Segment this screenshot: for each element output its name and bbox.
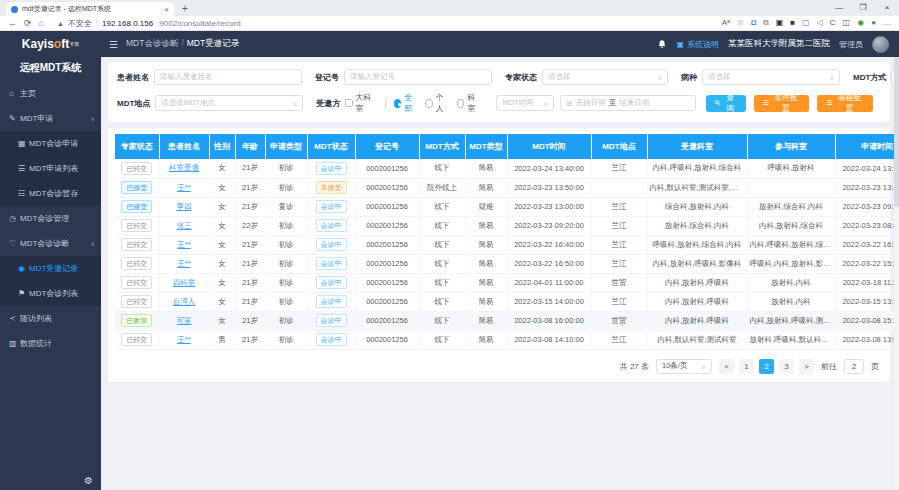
collapse-menu-icon[interactable]: ☰ xyxy=(109,39,118,50)
patient-name-link[interactable]: 李四 xyxy=(177,202,192,211)
close-button[interactable]: × xyxy=(875,0,899,16)
column-header-mdt_mode[interactable]: MDT方式 xyxy=(419,134,465,159)
patient-name-link[interactable]: 王** xyxy=(177,259,190,268)
mdt-location-select[interactable]: 请选择MDT地点∨ xyxy=(155,95,303,111)
extension-m-icon[interactable]: ▣ xyxy=(776,19,784,27)
column-header-apply_time[interactable]: 申请时间 xyxy=(835,134,899,159)
radio-科室[interactable]: 科室 xyxy=(457,92,481,114)
table-row[interactable]: 已参加可笑女21岁初诊会诊中0002001256线下简易2022-03-08 1… xyxy=(115,311,899,330)
mdt-time-select[interactable]: MDT时间∨ xyxy=(496,95,554,111)
column-header-invited_depts[interactable]: 受邀科室 xyxy=(647,134,747,159)
refresh-icon[interactable]: ⟳ xyxy=(24,18,32,28)
user-avatar[interactable] xyxy=(872,36,889,53)
patient-name-link[interactable]: 科室受邀 xyxy=(169,163,199,172)
column-header-mdt_type[interactable]: MDT类型 xyxy=(465,134,507,159)
profile-icon[interactable]: ● xyxy=(871,19,876,27)
system-note-link[interactable]: ▣ 系统说明 xyxy=(676,39,719,50)
sidebar-item-mdt-consult-draft[interactable]: ☷MDT会诊暂存 xyxy=(0,181,101,206)
radio-个人[interactable]: 个人 xyxy=(425,92,449,114)
patient-name-link[interactable]: 王** xyxy=(177,240,190,249)
scrollbar-thumb[interactable] xyxy=(894,57,899,207)
split-screen-icon[interactable]: ◫ xyxy=(843,19,851,27)
patient-name-input[interactable]: 请输入患者姓名 xyxy=(154,69,302,85)
patient-name-link[interactable]: 王** xyxy=(177,183,190,192)
tab-close-icon[interactable]: × xyxy=(164,5,169,14)
patient-name-link[interactable]: 王** xyxy=(177,335,190,344)
read-aloud-icon[interactable]: Aᵃ xyxy=(722,19,730,27)
expert-status-select[interactable]: 请选择∨ xyxy=(542,69,668,85)
registration-no-input[interactable]: 请输入登记号 xyxy=(344,69,492,85)
table-row[interactable]: 已转交王**男21岁初诊会诊中0002001256线下简易2022-03-08 … xyxy=(115,330,899,349)
sidebar-item-mdt-consult-manage[interactable]: ◷MDT会诊管理 xyxy=(0,206,101,231)
sidebar-item-mdt-apply[interactable]: ✎MDT申请∧ xyxy=(0,106,101,131)
table-row[interactable]: 已接受王**女21岁初诊未接受0002001256院外线上简易2022-03-2… xyxy=(115,178,899,197)
refresh-ext-icon[interactable]: C xyxy=(830,19,836,27)
breadcrumb-parent[interactable]: MDT会诊诊断 xyxy=(126,38,178,48)
table-row[interactable]: 已转交张三女22岁初诊会诊中0002001256线下简易2022-03-23 0… xyxy=(115,216,899,235)
column-header-age[interactable]: 年龄 xyxy=(235,134,265,159)
user-role[interactable]: 管理员 xyxy=(839,39,863,50)
minimize-button[interactable]: — xyxy=(827,0,851,16)
table-row[interactable]: 已转交四科室女21岁初诊会诊中0002001256线下简易2022-04-01 … xyxy=(115,273,899,292)
patient-name-link[interactable]: 四科室 xyxy=(173,278,196,287)
home-icon[interactable]: ⌂ xyxy=(39,18,44,28)
sidebar-item-data-statistics[interactable]: ▥数据统计 xyxy=(0,331,101,356)
column-header-joined_depts[interactable]: 参与科室 xyxy=(747,134,835,159)
query-button[interactable]: ⚲ 查询 xyxy=(706,95,746,112)
checkbox-label[interactable]: 大科室 xyxy=(356,92,377,114)
sidebar-item-mdt-consult-apply[interactable]: ▦MDT会诊申请 xyxy=(0,131,101,156)
column-header-mdt_time[interactable]: MDT时间 xyxy=(507,134,591,159)
radio-全部[interactable]: 全部 xyxy=(394,92,418,114)
next-page-button[interactable]: > xyxy=(799,359,814,374)
extension-dark-icon[interactable]: ■ xyxy=(790,19,795,27)
maximize-button[interactable]: ❐ xyxy=(851,0,875,16)
cell-name: 王** xyxy=(159,330,209,349)
mute-tab-icon[interactable]: ◁ xyxy=(817,19,823,27)
patient-name-link[interactable]: 张三 xyxy=(177,221,192,230)
table-row[interactable]: 已转交台湾人女21岁初诊会诊中0002001256线下简易2022-03-15 … xyxy=(115,292,899,311)
table-row[interactable]: 已转交科室受邀女21岁初诊会诊中0002001256线下简易2022-03-24… xyxy=(115,159,899,178)
disease-type-select[interactable]: 请选择∨ xyxy=(702,69,840,85)
column-header-expert_status[interactable]: 专家状态 xyxy=(115,134,159,159)
page-button-1[interactable]: 1 xyxy=(739,359,754,374)
sidebar-item-mdt-consult-diagnose[interactable]: ♡MDT会诊诊断∧ xyxy=(0,231,101,256)
condition-config-button[interactable]: ☰ 条件配置 xyxy=(754,95,810,112)
browser-essentials-icon[interactable]: ◉ xyxy=(857,19,864,27)
page-button-3[interactable]: 3 xyxy=(779,359,794,374)
screenshot-icon[interactable]: ▢ xyxy=(802,19,810,27)
column-header-name[interactable]: 患者姓名 xyxy=(159,134,209,159)
table-row[interactable]: 已转交王**女21岁初诊会诊中0002001256线下简易2022-03-22 … xyxy=(115,254,899,273)
table-config-button[interactable]: ☰ 表格配置 xyxy=(817,95,873,112)
jump-page-input[interactable]: 2 xyxy=(844,359,864,374)
page-button-2[interactable]: 2 xyxy=(759,359,774,374)
collections-icon[interactable]: ⧉ xyxy=(763,19,769,27)
column-header-reg_no[interactable]: 登记号 xyxy=(355,134,419,159)
column-header-gender[interactable]: 性别 xyxy=(209,134,235,159)
back-icon[interactable]: ← xyxy=(8,18,17,28)
sidebar-item-mdt-apply-list[interactable]: ☰MDT申请列表 xyxy=(0,156,101,181)
sidebar-item-mdt-consult-list[interactable]: ⚑MDT会诊列表 xyxy=(0,281,101,306)
scrollbar[interactable] xyxy=(894,57,899,490)
date-range-picker[interactable]: ⊞ 开始日期 至 结束日期 xyxy=(560,95,696,111)
big-dept-checkbox[interactable] xyxy=(345,99,352,107)
browser-tab[interactable]: mdt受邀记录 - 远程MDT系统 × xyxy=(6,2,174,16)
extension-colored-icon[interactable]: ◘ xyxy=(751,19,756,27)
security-badge[interactable]: ▲ 不安全 | 192.168.0.156:9002/consultate/re… xyxy=(57,18,241,29)
settings-gear-icon[interactable]: ⚙ xyxy=(84,475,93,486)
table-row[interactable]: 已接受李四女21岁复诊会诊中0002001256线下疑难2022-03-23 1… xyxy=(115,197,899,216)
column-header-mdt_place[interactable]: MDT地点 xyxy=(591,134,647,159)
patient-name-link[interactable]: 台湾人 xyxy=(173,297,196,306)
column-header-mdt_status[interactable]: MDT状态 xyxy=(307,134,355,159)
new-tab-button[interactable]: + xyxy=(182,3,188,14)
more-icon[interactable]: … xyxy=(883,19,891,27)
patient-name-link[interactable]: 可笑 xyxy=(177,316,192,325)
table-row[interactable]: 已转交王**女21岁初诊会诊中0002001256线下简易2022-03-22 … xyxy=(115,235,899,254)
favorites-star-icon[interactable]: ☆ xyxy=(737,19,744,27)
column-header-apply_type[interactable]: 申请类型 xyxy=(265,134,307,159)
notification-bell-icon[interactable] xyxy=(657,39,667,50)
sidebar-item-mdt-invite-record[interactable]: ◉MDT受邀记录 xyxy=(0,256,101,281)
sidebar-item-followup-list[interactable]: ≺随访列表 xyxy=(0,306,101,331)
prev-page-button[interactable]: < xyxy=(719,359,734,374)
sidebar-item-home[interactable]: ⌂主页 xyxy=(0,81,101,106)
page-size-select[interactable]: 10条/页∨ xyxy=(656,359,712,374)
